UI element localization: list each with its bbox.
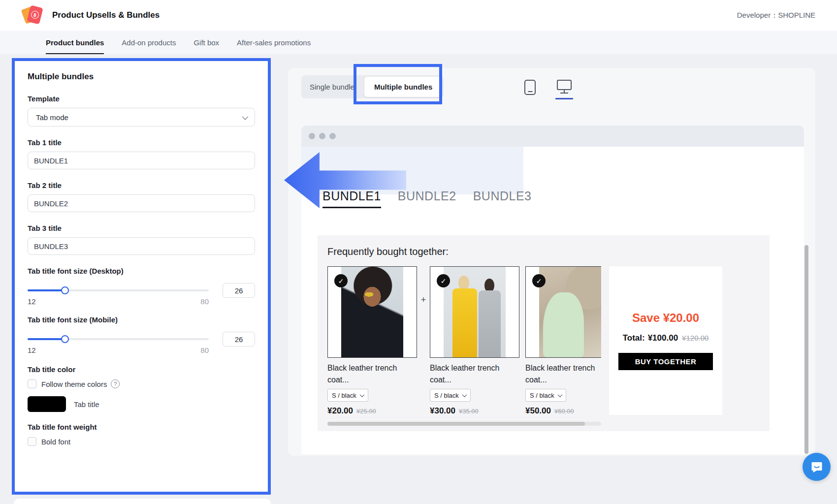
tab-title-swatch-label: Tab title [74,400,99,409]
fbt-heading: Frequently bought together: [327,246,760,257]
slider-handle[interactable] [61,286,69,294]
tab-title-color-swatch[interactable] [28,396,66,412]
mobile-preview-icon[interactable] [524,80,536,95]
tab-title-color-label: Tab title color [28,365,255,374]
follow-theme-colors-checkbox[interactable] [28,379,36,388]
tab1-title-input[interactable] [28,152,255,169]
template-select-value: Tab mode [36,113,68,122]
help-icon[interactable]: ? [111,379,120,388]
slider-max-label: 80 [200,297,209,306]
product-original-price: ¥35.00 [459,408,479,415]
font-size-mobile-label: Tab title font size (Mobile) [28,315,255,324]
horizontal-scrollbar[interactable] [327,422,601,426]
window-dot [329,133,336,139]
product-card-2: ✓ Black leather trench coat... S / black [430,266,519,416]
total-price: ¥100.00 [648,333,678,343]
buy-together-button[interactable]: BUY TOGETHER [618,353,713,370]
product-title: Black leather trench coat... [430,362,519,386]
mode-option-multiple-bundles[interactable]: Multiple bundles [364,77,442,97]
product-photo-3 [539,267,601,357]
horizontal-scrollbar-thumb[interactable] [327,422,585,426]
chat-launcher-button[interactable] [803,453,831,481]
bundle-tab-3[interactable]: BUNDLE3 [473,189,532,208]
chat-bubble-icon [810,461,823,473]
product-title: Black leather trench coat... [327,362,417,386]
total-label: Total: [623,333,645,343]
bundle-tab-2[interactable]: BUNDLE2 [398,189,456,208]
settings-panel: Multiple bundles Template Tab mode Tab 1… [15,61,268,492]
check-circle-icon[interactable]: ✓ [437,274,450,287]
variant-value: S / black [434,392,459,399]
browser-chrome-bar [301,126,804,147]
bold-font-checkbox[interactable] [28,437,36,446]
nav-tab-gift-box[interactable]: Gift box [193,31,219,54]
bundle-summary-card: Save ¥20.00 Total: ¥100.00 ¥120.00 BUY T… [609,266,722,415]
settings-title: Multiple bundles [28,72,255,82]
bundle-tabs: BUNDLE1 BUNDLE2 BUNDLE3 [322,189,531,208]
bundle-tab-1[interactable]: BUNDLE1 [322,189,381,208]
page-placeholder-block [301,147,523,194]
product-original-price: ¥25.00 [356,408,376,415]
main-nav: Product bundles Add-on products Gift box… [0,31,837,54]
chevron-down-icon [359,392,364,397]
bold-font-label: Bold font [41,438,70,446]
mode-option-single-bundle[interactable]: Single bundle [301,75,363,98]
nav-tab-product-bundles[interactable]: Product bundles [46,31,104,54]
template-select[interactable]: Tab mode [28,108,255,126]
slider-min-label: 12 [28,346,36,354]
variant-select[interactable]: S / black [327,389,368,402]
check-circle-icon[interactable]: ✓ [532,274,546,287]
tab2-title-input[interactable] [28,194,255,212]
device-preview-switch [524,80,573,99]
original-total-price: ¥120.00 [682,334,708,342]
chevron-down-icon [557,392,562,397]
product-title: Black leather trench coat... [525,362,601,386]
product-image-3[interactable]: ✓ [525,266,601,358]
developer-account-label: Developer：SHOPLINE [737,11,815,20]
annotation-highlight-settings-panel: Multiple bundles Template Tab mode Tab 1… [12,58,271,495]
product-image-1[interactable]: ✓ [327,266,417,358]
variant-value: S / black [530,392,554,399]
window-dot [309,133,315,139]
tab3-title-input[interactable] [28,237,255,255]
chevron-down-icon [462,392,467,397]
font-size-desktop-value-input[interactable] [223,283,255,298]
slider-max-label: 80 [200,346,209,354]
slider-handle[interactable] [61,335,69,343]
product-card-3: ✓ Black leather trench coat... S / black… [525,266,601,416]
slider-min-label: 12 [28,297,36,306]
desktop-preview-icon[interactable] [555,80,573,99]
check-circle-icon[interactable]: ✓ [334,274,348,287]
plus-separator: + [417,266,430,416]
product-price: ¥20.00 [327,406,353,416]
desktop-icon [557,80,572,90]
mobile-icon [524,80,536,95]
variant-select[interactable]: S / black [430,389,471,402]
nav-tab-after-sales[interactable]: After-sales promotions [237,31,311,54]
font-size-mobile-value-input[interactable] [223,332,255,346]
vertical-scrollbar-thumb[interactable] [805,245,808,454]
active-device-underline [555,98,573,99]
tab-title-font-weight-label: Tab title font weight [28,423,255,431]
variant-select[interactable]: S / black [525,389,566,402]
app-logo-price-tags-icon: $ [22,4,43,26]
nav-tab-addon-products[interactable]: Add-on products [122,31,176,54]
tab2-title-label: Tab 2 title [28,181,255,189]
tab3-title-label: Tab 3 title [28,224,255,232]
font-size-desktop-slider[interactable] [28,289,209,291]
bundle-mode-toggle: Single bundle Multiple bundles [301,75,444,98]
dollar-icon: $ [30,10,39,19]
storefront-preview-frame: BUNDLE1 BUNDLE2 BUNDLE3 Frequently bough… [301,126,804,454]
font-size-mobile-slider[interactable] [28,338,209,340]
product-card-1: ✓ Black leather trench coat... S / black… [327,266,417,416]
frequently-bought-together-widget: Frequently bought together: ✓ Black leat… [318,235,770,431]
next-settings-card-edge [14,499,271,504]
font-size-desktop-label: Tab title font size (Desktop) [28,267,255,275]
product-photo-2 [444,267,506,357]
app-title: Product Upsells & Bundles [52,10,160,20]
tab1-title-label: Tab 1 title [28,138,255,147]
product-image-2[interactable]: ✓ [430,266,519,358]
template-label: Template [28,94,255,103]
product-price: ¥30.00 [430,406,455,416]
variant-value: S / black [332,392,356,399]
